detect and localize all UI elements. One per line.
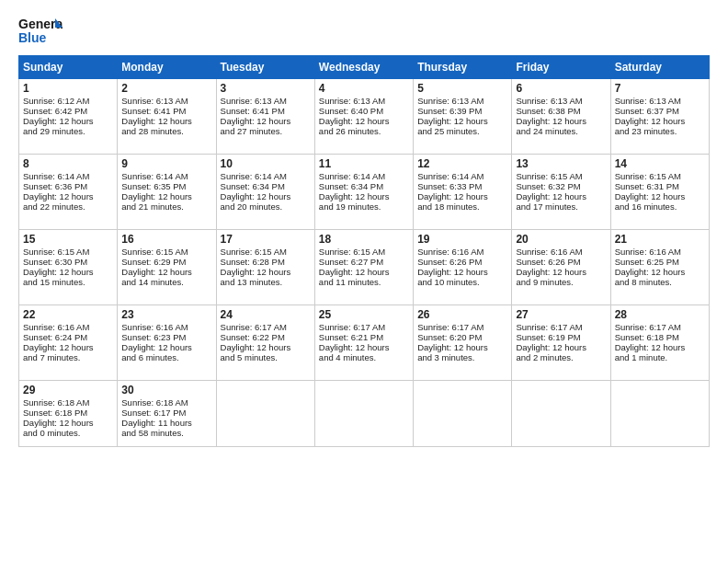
- day-info-line: Sunset: 6:37 PM: [615, 106, 705, 116]
- day-info-line: and 2 minutes.: [516, 352, 606, 362]
- day-number: 21: [615, 233, 705, 246]
- calendar-week-row: 22Sunrise: 6:16 AMSunset: 6:24 PMDayligh…: [19, 305, 710, 381]
- calendar-cell: 28Sunrise: 6:17 AMSunset: 6:18 PMDayligh…: [610, 305, 709, 381]
- day-info-line: and 29 minutes.: [23, 126, 113, 136]
- day-info-line: Sunrise: 6:15 AM: [121, 247, 211, 257]
- calendar-body: 1Sunrise: 6:12 AMSunset: 6:42 PMDaylight…: [19, 79, 710, 447]
- day-number: 18: [319, 233, 409, 246]
- day-info-line: Sunrise: 6:13 AM: [319, 96, 409, 106]
- calendar-cell: [216, 381, 314, 447]
- day-info-line: Daylight: 12 hours: [615, 267, 705, 277]
- day-info-line: Daylight: 12 hours: [23, 116, 113, 126]
- day-info-line: Daylight: 12 hours: [23, 267, 113, 277]
- day-info-line: Sunrise: 6:17 AM: [516, 322, 606, 332]
- day-info-line: and 22 minutes.: [23, 201, 113, 212]
- calendar-cell: 14Sunrise: 6:15 AMSunset: 6:31 PMDayligh…: [610, 155, 709, 230]
- day-info-line: Daylight: 12 hours: [221, 342, 311, 352]
- day-info-line: and 24 minutes.: [516, 126, 606, 136]
- calendar-cell: [414, 381, 512, 447]
- day-info-line: Sunset: 6:34 PM: [319, 181, 409, 191]
- day-info-line: Daylight: 12 hours: [417, 191, 507, 201]
- calendar-cell: 13Sunrise: 6:15 AMSunset: 6:32 PMDayligh…: [512, 155, 610, 230]
- day-info-line: and 15 minutes.: [23, 277, 113, 287]
- day-info-line: Sunset: 6:18 PM: [23, 408, 113, 418]
- page: General Blue SundayMondayTuesdayWednesda…: [0, 0, 728, 563]
- day-info-line: Sunrise: 6:13 AM: [221, 96, 311, 106]
- day-info-line: Daylight: 12 hours: [417, 267, 507, 277]
- day-info-line: Sunrise: 6:18 AM: [121, 397, 211, 408]
- day-info-line: Sunrise: 6:14 AM: [319, 171, 409, 181]
- logo-svg: General Blue: [18, 15, 63, 48]
- calendar-cell: 26Sunrise: 6:17 AMSunset: 6:20 PMDayligh…: [414, 305, 512, 381]
- calendar-cell: 24Sunrise: 6:17 AMSunset: 6:22 PMDayligh…: [216, 305, 314, 381]
- dow-header: Sunday: [19, 56, 118, 79]
- day-number: 15: [23, 233, 113, 246]
- day-info-line: Sunrise: 6:15 AM: [23, 247, 113, 257]
- day-info-line: and 28 minutes.: [121, 126, 211, 136]
- calendar-cell: 17Sunrise: 6:15 AMSunset: 6:28 PMDayligh…: [216, 230, 314, 305]
- day-info-line: Sunrise: 6:16 AM: [615, 247, 705, 257]
- calendar-cell: [314, 381, 413, 447]
- day-number: 26: [417, 308, 507, 321]
- calendar-cell: 9Sunrise: 6:14 AMSunset: 6:35 PMDaylight…: [118, 155, 216, 230]
- dow-header: Thursday: [414, 56, 512, 79]
- day-number: 22: [23, 308, 113, 321]
- dow-header: Saturday: [610, 56, 709, 79]
- day-info-line: and 8 minutes.: [615, 277, 705, 287]
- day-info-line: Sunset: 6:17 PM: [121, 408, 211, 418]
- day-info-line: and 4 minutes.: [319, 352, 409, 362]
- day-info-line: Daylight: 12 hours: [516, 191, 606, 201]
- day-info-line: Sunset: 6:36 PM: [23, 181, 113, 191]
- day-info-line: Sunrise: 6:16 AM: [516, 247, 606, 257]
- day-info-line: and 0 minutes.: [23, 428, 113, 438]
- dow-header: Wednesday: [314, 56, 413, 79]
- logo: General Blue: [18, 15, 63, 48]
- day-info-line: Sunrise: 6:14 AM: [23, 171, 113, 181]
- day-info-line: and 6 minutes.: [121, 352, 211, 362]
- day-number: 29: [23, 384, 113, 396]
- day-info-line: and 17 minutes.: [516, 201, 606, 212]
- calendar-cell: 22Sunrise: 6:16 AMSunset: 6:24 PMDayligh…: [19, 305, 118, 381]
- calendar-cell: 16Sunrise: 6:15 AMSunset: 6:29 PMDayligh…: [118, 230, 216, 305]
- day-info-line: and 11 minutes.: [319, 277, 409, 287]
- day-info-line: and 5 minutes.: [221, 352, 311, 362]
- day-info-line: Sunset: 6:19 PM: [516, 332, 606, 342]
- day-info-line: Sunset: 6:18 PM: [615, 332, 705, 342]
- days-of-week-row: SundayMondayTuesdayWednesdayThursdayFrid…: [19, 56, 710, 79]
- day-info-line: and 26 minutes.: [319, 126, 409, 136]
- day-info-line: Daylight: 12 hours: [319, 267, 409, 277]
- day-info-line: and 16 minutes.: [615, 201, 705, 212]
- day-info-line: Sunrise: 6:15 AM: [516, 171, 606, 181]
- day-info-line: Sunrise: 6:14 AM: [417, 171, 507, 181]
- day-info-line: Sunrise: 6:16 AM: [23, 322, 113, 332]
- day-number: 11: [319, 157, 409, 170]
- day-info-line: Sunset: 6:27 PM: [319, 257, 409, 267]
- day-info-line: Sunrise: 6:15 AM: [319, 247, 409, 257]
- day-info-line: Sunset: 6:20 PM: [417, 332, 507, 342]
- day-info-line: Sunrise: 6:17 AM: [615, 322, 705, 332]
- day-info-line: Sunset: 6:39 PM: [417, 106, 507, 116]
- calendar-cell: 11Sunrise: 6:14 AMSunset: 6:34 PMDayligh…: [314, 155, 413, 230]
- calendar-cell: 10Sunrise: 6:14 AMSunset: 6:34 PMDayligh…: [216, 155, 314, 230]
- day-info-line: Sunset: 6:25 PM: [615, 257, 705, 267]
- day-info-line: Sunset: 6:38 PM: [516, 106, 606, 116]
- day-info-line: Daylight: 12 hours: [121, 267, 211, 277]
- day-info-line: Daylight: 12 hours: [221, 191, 311, 201]
- day-number: 19: [417, 233, 507, 246]
- day-info-line: Daylight: 12 hours: [516, 267, 606, 277]
- day-info-line: and 9 minutes.: [516, 277, 606, 287]
- calendar-cell: 12Sunrise: 6:14 AMSunset: 6:33 PMDayligh…: [414, 155, 512, 230]
- day-info-line: Daylight: 12 hours: [417, 116, 507, 126]
- day-number: 12: [417, 157, 507, 170]
- day-number: 7: [615, 82, 705, 95]
- day-info-line: Sunset: 6:21 PM: [319, 332, 409, 342]
- calendar-cell: 4Sunrise: 6:13 AMSunset: 6:40 PMDaylight…: [314, 79, 413, 155]
- day-info-line: Daylight: 12 hours: [221, 116, 311, 126]
- day-number: 5: [417, 82, 507, 95]
- day-info-line: Sunset: 6:26 PM: [417, 257, 507, 267]
- day-info-line: Sunset: 6:22 PM: [221, 332, 311, 342]
- day-info-line: and 19 minutes.: [319, 201, 409, 212]
- day-info-line: Sunrise: 6:12 AM: [23, 96, 113, 106]
- calendar-cell: 3Sunrise: 6:13 AMSunset: 6:41 PMDaylight…: [216, 79, 314, 155]
- calendar-cell: 18Sunrise: 6:15 AMSunset: 6:27 PMDayligh…: [314, 230, 413, 305]
